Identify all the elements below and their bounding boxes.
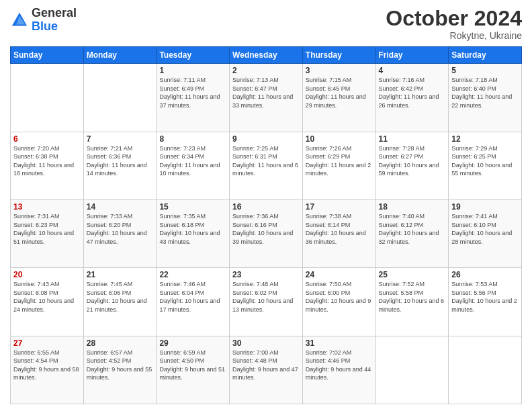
- day-number: 15: [159, 202, 226, 212]
- calendar-cell: 22Sunrise: 7:46 AMSunset: 6:04 PMDayligh…: [157, 268, 230, 336]
- day-number: 10: [306, 134, 373, 144]
- day-number: 23: [232, 270, 300, 279]
- day-info: Sunrise: 7:20 AMSunset: 6:38 PMDaylight:…: [13, 145, 74, 177]
- calendar-cell: 12Sunrise: 7:29 AMSunset: 6:25 PMDayligh…: [449, 132, 522, 199]
- day-info: Sunrise: 7:25 AMSunset: 6:31 PMDaylight:…: [232, 145, 298, 177]
- calendar-cell: [83, 64, 157, 132]
- day-number: 14: [87, 202, 154, 212]
- day-number: 13: [13, 202, 81, 212]
- calendar-cell: 14Sunrise: 7:33 AMSunset: 6:20 PMDayligh…: [83, 199, 157, 267]
- day-info: Sunrise: 7:50 AMSunset: 6:00 PMDaylight:…: [306, 281, 371, 313]
- day-info: Sunrise: 7:23 AMSunset: 6:34 PMDaylight:…: [159, 145, 220, 177]
- day-number: 18: [379, 202, 446, 212]
- day-info: Sunrise: 7:21 AMSunset: 6:36 PMDaylight:…: [87, 145, 147, 177]
- weekday-header-sunday: Sunday: [11, 47, 84, 64]
- day-info: Sunrise: 7:26 AMSunset: 6:29 PMDaylight:…: [306, 145, 371, 177]
- logo-text: General Blue: [32, 7, 77, 34]
- calendar-cell: 20Sunrise: 7:43 AMSunset: 6:08 PMDayligh…: [11, 268, 84, 336]
- calendar-cell: 24Sunrise: 7:50 AMSunset: 6:00 PMDayligh…: [302, 268, 375, 336]
- weekday-header-friday: Friday: [375, 47, 449, 64]
- calendar-week-5: 27Sunrise: 6:55 AMSunset: 4:54 PMDayligh…: [11, 336, 522, 404]
- day-info: Sunrise: 7:00 AMSunset: 4:48 PMDaylight:…: [232, 349, 298, 381]
- calendar-cell: [449, 336, 522, 404]
- day-info: Sunrise: 6:55 AMSunset: 4:54 PMDaylight:…: [13, 349, 79, 381]
- day-info: Sunrise: 7:13 AMSunset: 6:47 PMDaylight:…: [232, 77, 293, 109]
- logo-general: General: [32, 6, 77, 19]
- header: General Blue October 2024 Rokytne, Ukrai…: [10, 7, 522, 41]
- day-info: Sunrise: 7:46 AMSunset: 6:04 PMDaylight:…: [159, 281, 220, 313]
- day-number: 24: [306, 270, 373, 279]
- day-number: 12: [451, 134, 519, 144]
- weekday-header-saturday: Saturday: [449, 47, 522, 64]
- day-number: 2: [232, 66, 300, 75]
- calendar-cell: 17Sunrise: 7:38 AMSunset: 6:14 PMDayligh…: [302, 199, 375, 267]
- calendar-cell: 3Sunrise: 7:15 AMSunset: 6:45 PMDaylight…: [302, 64, 375, 132]
- day-info: Sunrise: 6:59 AMSunset: 4:50 PMDaylight:…: [159, 349, 225, 381]
- calendar-cell: 16Sunrise: 7:36 AMSunset: 6:16 PMDayligh…: [230, 199, 303, 267]
- title-block: October 2024 Rokytne, Ukraine: [386, 7, 522, 41]
- calendar-week-2: 6Sunrise: 7:20 AMSunset: 6:38 PMDaylight…: [11, 132, 522, 199]
- day-number: 26: [451, 270, 519, 279]
- day-info: Sunrise: 7:28 AMSunset: 6:27 PMDaylight:…: [379, 145, 439, 177]
- calendar-cell: 30Sunrise: 7:00 AMSunset: 4:48 PMDayligh…: [230, 336, 303, 404]
- calendar-cell: 2Sunrise: 7:13 AMSunset: 6:47 PMDaylight…: [230, 64, 303, 132]
- day-info: Sunrise: 7:53 AMSunset: 5:56 PMDaylight:…: [451, 281, 517, 313]
- logo: General Blue: [10, 7, 77, 34]
- day-info: Sunrise: 7:35 AMSunset: 6:18 PMDaylight:…: [159, 213, 220, 245]
- calendar-cell: 29Sunrise: 6:59 AMSunset: 4:50 PMDayligh…: [157, 336, 230, 404]
- day-info: Sunrise: 7:02 AMSunset: 4:46 PMDaylight:…: [306, 349, 371, 381]
- day-number: 3: [306, 66, 373, 75]
- calendar-week-3: 13Sunrise: 7:31 AMSunset: 6:23 PMDayligh…: [11, 199, 522, 267]
- day-number: 11: [379, 134, 446, 144]
- day-number: 1: [159, 66, 226, 75]
- day-info: Sunrise: 7:31 AMSunset: 6:23 PMDaylight:…: [13, 213, 74, 245]
- day-info: Sunrise: 7:43 AMSunset: 6:08 PMDaylight:…: [13, 281, 74, 313]
- calendar-cell: 27Sunrise: 6:55 AMSunset: 4:54 PMDayligh…: [11, 336, 84, 404]
- page-title: October 2024: [386, 7, 522, 30]
- weekday-header-wednesday: Wednesday: [230, 47, 303, 64]
- day-number: 20: [13, 270, 81, 279]
- calendar-cell: 31Sunrise: 7:02 AMSunset: 4:46 PMDayligh…: [302, 336, 375, 404]
- day-info: Sunrise: 7:40 AMSunset: 6:12 PMDaylight:…: [379, 213, 439, 245]
- calendar-cell: 21Sunrise: 7:45 AMSunset: 6:06 PMDayligh…: [83, 268, 157, 336]
- calendar-header: SundayMondayTuesdayWednesdayThursdayFrid…: [11, 47, 522, 64]
- day-number: 5: [451, 66, 519, 75]
- weekday-header-tuesday: Tuesday: [157, 47, 230, 64]
- day-number: 19: [451, 202, 519, 212]
- weekday-row: SundayMondayTuesdayWednesdayThursdayFrid…: [11, 47, 522, 64]
- calendar-cell: 18Sunrise: 7:40 AMSunset: 6:12 PMDayligh…: [375, 199, 449, 267]
- day-number: 28: [87, 338, 154, 348]
- day-number: 8: [159, 134, 226, 144]
- day-number: 9: [232, 134, 300, 144]
- day-number: 30: [232, 338, 300, 348]
- day-info: Sunrise: 7:16 AMSunset: 6:42 PMDaylight:…: [379, 77, 439, 109]
- calendar-cell: [375, 336, 449, 404]
- day-info: Sunrise: 7:41 AMSunset: 6:10 PMDaylight:…: [451, 213, 512, 245]
- calendar-body: 1Sunrise: 7:11 AMSunset: 6:49 PMDaylight…: [11, 64, 522, 404]
- calendar-cell: 7Sunrise: 7:21 AMSunset: 6:36 PMDaylight…: [83, 132, 157, 199]
- weekday-header-thursday: Thursday: [302, 47, 375, 64]
- calendar-cell: 25Sunrise: 7:52 AMSunset: 5:58 PMDayligh…: [375, 268, 449, 336]
- weekday-header-monday: Monday: [83, 47, 157, 64]
- day-number: 17: [306, 202, 373, 212]
- calendar-cell: 8Sunrise: 7:23 AMSunset: 6:34 PMDaylight…: [157, 132, 230, 199]
- calendar-cell: 19Sunrise: 7:41 AMSunset: 6:10 PMDayligh…: [449, 199, 522, 267]
- day-number: 31: [306, 338, 373, 348]
- day-number: 29: [159, 338, 226, 348]
- calendar-cell: 23Sunrise: 7:48 AMSunset: 6:02 PMDayligh…: [230, 268, 303, 336]
- calendar-table: SundayMondayTuesdayWednesdayThursdayFrid…: [10, 46, 522, 404]
- calendar-cell: [11, 64, 84, 132]
- page-subtitle: Rokytne, Ukraine: [386, 30, 522, 41]
- day-info: Sunrise: 7:33 AMSunset: 6:20 PMDaylight:…: [87, 213, 147, 245]
- calendar-cell: 11Sunrise: 7:28 AMSunset: 6:27 PMDayligh…: [375, 132, 449, 199]
- day-number: 21: [87, 270, 154, 279]
- day-info: Sunrise: 7:29 AMSunset: 6:25 PMDaylight:…: [451, 145, 512, 177]
- calendar-cell: 9Sunrise: 7:25 AMSunset: 6:31 PMDaylight…: [230, 132, 303, 199]
- calendar-cell: 10Sunrise: 7:26 AMSunset: 6:29 PMDayligh…: [302, 132, 375, 199]
- day-number: 25: [379, 270, 446, 279]
- day-info: Sunrise: 7:18 AMSunset: 6:40 PMDaylight:…: [451, 77, 512, 109]
- day-number: 4: [379, 66, 446, 75]
- calendar-cell: 4Sunrise: 7:16 AMSunset: 6:42 PMDaylight…: [375, 64, 449, 132]
- calendar-cell: 15Sunrise: 7:35 AMSunset: 6:18 PMDayligh…: [157, 199, 230, 267]
- calendar-cell: 13Sunrise: 7:31 AMSunset: 6:23 PMDayligh…: [11, 199, 84, 267]
